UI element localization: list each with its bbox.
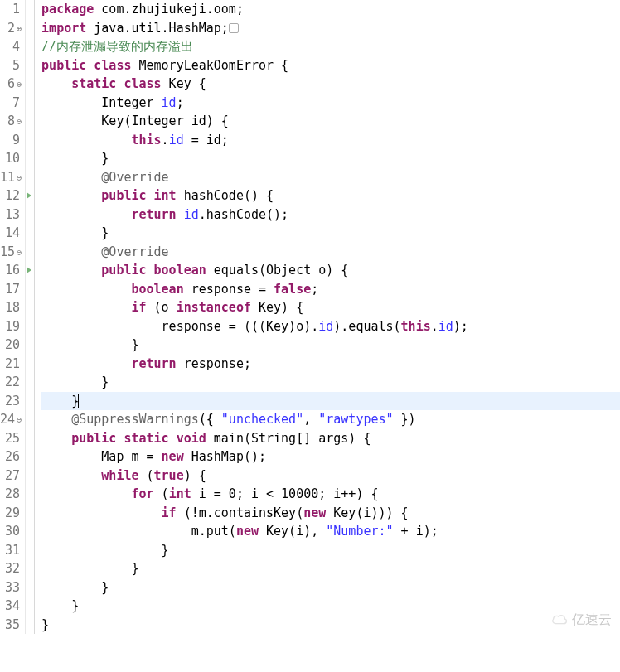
- code-line[interactable]: public int hashCode() {: [41, 186, 620, 205]
- line-number[interactable]: 32: [0, 559, 23, 578]
- annotation-column: [26, 0, 35, 634]
- code-line[interactable]: package com.zhujiukeji.oom;: [41, 0, 620, 19]
- line-number[interactable]: 18: [0, 298, 23, 317]
- code-line[interactable]: }: [41, 597, 620, 616]
- line-number[interactable]: 26: [0, 447, 23, 467]
- code-line[interactable]: @Override: [41, 243, 620, 262]
- line-number[interactable]: 13: [0, 205, 23, 225]
- code-line[interactable]: Integer id;: [41, 94, 620, 113]
- line-number[interactable]: 17: [0, 280, 23, 299]
- annotation-slot: [26, 280, 34, 299]
- line-number[interactable]: 23: [0, 392, 23, 411]
- code-line[interactable]: @SuppressWarnings({ "unchecked", "rawtyp…: [41, 410, 620, 429]
- code-line[interactable]: }: [41, 559, 620, 578]
- line-number[interactable]: 34: [0, 597, 23, 616]
- code-line[interactable]: }: [41, 392, 620, 411]
- line-number[interactable]: 1: [0, 0, 23, 19]
- code-line[interactable]: Key(Integer id) {: [41, 112, 620, 131]
- line-number[interactable]: 15: [0, 243, 23, 262]
- annotation-slot: [26, 94, 34, 113]
- code-line[interactable]: @Override: [41, 168, 620, 187]
- annotation-slot: [26, 485, 34, 504]
- line-number[interactable]: 14: [0, 224, 23, 243]
- code-line[interactable]: }: [41, 373, 620, 392]
- annotation-slot: [26, 75, 34, 94]
- annotation-slot: [26, 578, 34, 597]
- annotation-slot: [26, 224, 34, 243]
- annotation-slot: [26, 522, 34, 541]
- code-editor[interactable]: 1245678910111213141516171819202122232425…: [0, 0, 620, 634]
- line-number[interactable]: 35: [0, 616, 23, 635]
- line-number[interactable]: 28: [0, 485, 23, 504]
- annotation-slot: [26, 243, 34, 262]
- code-line[interactable]: }: [41, 541, 620, 560]
- code-line[interactable]: }: [41, 224, 620, 243]
- code-line[interactable]: return id.hashCode();: [41, 205, 620, 225]
- line-number[interactable]: 33: [0, 578, 23, 597]
- code-line[interactable]: if (o instanceof Key) {: [41, 298, 620, 317]
- line-number[interactable]: 16: [0, 261, 23, 280]
- code-line[interactable]: m.put(new Key(i), "Number:" + i);: [41, 522, 620, 541]
- code-line[interactable]: boolean response = false;: [41, 280, 620, 299]
- code-line[interactable]: public boolean equals(Object o) {: [41, 261, 620, 280]
- line-number[interactable]: 7: [0, 94, 23, 113]
- code-line[interactable]: public class MemoryLeakOomError {: [41, 56, 620, 75]
- annotation-slot: [26, 616, 34, 635]
- annotation-slot: [26, 56, 34, 75]
- annotation-slot: [26, 541, 34, 560]
- line-number-gutter[interactable]: 1245678910111213141516171819202122232425…: [0, 0, 26, 634]
- annotation-slot: [26, 19, 34, 38]
- line-number[interactable]: 6: [0, 75, 23, 94]
- line-number[interactable]: 9: [0, 131, 23, 150]
- line-number[interactable]: 10: [0, 149, 23, 168]
- annotation-slot: [26, 37, 34, 56]
- line-number[interactable]: 27: [0, 467, 23, 486]
- annotation-slot: [26, 112, 34, 131]
- code-line[interactable]: return response;: [41, 355, 620, 374]
- line-number[interactable]: 11: [0, 168, 23, 187]
- line-number[interactable]: 24: [0, 410, 23, 429]
- annotation-slot: [26, 149, 34, 168]
- code-line[interactable]: import java.util.HashMap;: [41, 19, 620, 38]
- line-number[interactable]: 30: [0, 522, 23, 541]
- annotation-slot: [26, 0, 34, 19]
- line-number[interactable]: 25: [0, 429, 23, 448]
- line-number[interactable]: 20: [0, 336, 23, 355]
- code-area[interactable]: package com.zhujiukeji.oom;import java.u…: [35, 0, 620, 634]
- code-line[interactable]: }: [41, 336, 620, 355]
- code-line[interactable]: }: [41, 149, 620, 168]
- line-number[interactable]: 4: [0, 37, 23, 56]
- line-number[interactable]: 2: [0, 19, 23, 38]
- override-marker-icon[interactable]: [26, 261, 34, 280]
- code-line[interactable]: }: [41, 616, 620, 635]
- code-line[interactable]: this.id = id;: [41, 131, 620, 150]
- annotation-slot: [26, 373, 34, 392]
- annotation-slot: [26, 447, 34, 467]
- code-line[interactable]: Map m = new HashMap();: [41, 447, 620, 467]
- line-number[interactable]: 22: [0, 373, 23, 392]
- annotation-slot: [26, 355, 34, 374]
- line-number[interactable]: 12: [0, 186, 23, 205]
- line-number[interactable]: 29: [0, 504, 23, 523]
- annotation-slot: [26, 597, 34, 616]
- code-line[interactable]: if (!m.containsKey(new Key(i))) {: [41, 504, 620, 523]
- annotation-slot: [26, 168, 34, 187]
- code-line[interactable]: //内存泄漏导致的内存溢出: [41, 37, 620, 56]
- annotation-slot: [26, 336, 34, 355]
- annotation-slot: [26, 467, 34, 486]
- code-line[interactable]: response = (((Key)o).id).equals(this.id)…: [41, 317, 620, 336]
- line-number[interactable]: 21: [0, 355, 23, 374]
- line-number[interactable]: 31: [0, 541, 23, 560]
- line-number[interactable]: 5: [0, 56, 23, 75]
- code-line[interactable]: public static void main(String[] args) {: [41, 429, 620, 448]
- line-number[interactable]: 19: [0, 317, 23, 336]
- code-line[interactable]: for (int i = 0; i < 10000; i++) {: [41, 485, 620, 504]
- code-line[interactable]: while (true) {: [41, 467, 620, 486]
- annotation-slot: [26, 298, 34, 317]
- code-line[interactable]: }: [41, 578, 620, 597]
- annotation-slot: [26, 410, 34, 429]
- annotation-slot: [26, 429, 34, 448]
- override-marker-icon[interactable]: [26, 186, 34, 205]
- line-number[interactable]: 8: [0, 112, 23, 131]
- code-line[interactable]: static class Key {: [41, 75, 620, 94]
